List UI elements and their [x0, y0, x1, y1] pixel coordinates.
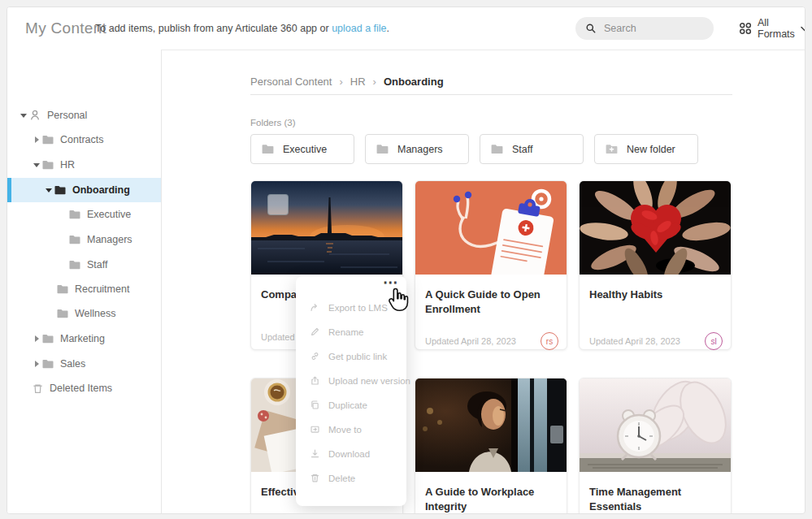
sidebar-item-label: Managers [87, 234, 132, 245]
menu-item-label: Get public link [328, 352, 387, 361]
sidebar-item-sales[interactable]: Sales [7, 352, 161, 376]
move-to-icon [310, 424, 320, 436]
search-input[interactable] [602, 22, 703, 35]
sidebar-item-staff[interactable]: Staff [7, 253, 161, 277]
sidebar-item-label: Executive [87, 209, 131, 220]
caret-right-icon[interactable] [32, 335, 41, 342]
folder-chip-managers[interactable]: Managers [365, 134, 469, 164]
card-updated-date: Updated April 28, 2023 [425, 336, 516, 346]
folders-heading: Folders (3) [250, 118, 296, 128]
header: My Content To add items, publish from an… [7, 7, 805, 50]
subtitle-period: . [387, 23, 389, 34]
menu-item-get-public-link[interactable]: Get public link [296, 344, 406, 369]
menu-item-duplicate[interactable]: Duplicate [296, 393, 406, 417]
sidebar-item-managers[interactable]: Managers [7, 227, 161, 252]
sidebar-item-executive[interactable]: Executive [7, 202, 161, 227]
menu-item-delete[interactable]: Delete [296, 466, 406, 491]
upload-a-file-link[interactable]: upload a file [332, 23, 386, 34]
rename-icon [310, 327, 320, 339]
sidebar-item-label: Staff [87, 259, 107, 270]
card-context-menu: Export to LMS Rename Get public link Upl… [296, 276, 406, 506]
menu-item-label: Delete [328, 474, 355, 483]
sidebar-item-label: Personal [47, 110, 87, 121]
app-window: My Content To add items, publish from an… [7, 6, 805, 514]
menu-item-label: Download [328, 449, 370, 459]
sidebar-item-deleted-items[interactable]: Deleted Items [7, 376, 161, 400]
menu-item-upload-new-version[interactable]: Upload new version [296, 369, 406, 393]
sidebar-item-personal[interactable]: Personal [7, 103, 161, 128]
folder-icon [41, 357, 54, 370]
sidebar-item-marketing[interactable]: Marketing [7, 327, 161, 351]
articulate-360-my-content-screen: My Content To add items, publish from an… [0, 0, 812, 519]
caret-down-icon[interactable] [19, 114, 28, 118]
folder-chip-staff[interactable]: Staff [480, 134, 584, 164]
folder-icon [41, 133, 54, 146]
card-title: Time Management Essentials [589, 485, 719, 513]
folder-icon [54, 184, 67, 197]
card-updated-date: Updated April 28, 2023 [589, 336, 680, 346]
menu-item-export-to-lms[interactable]: Export to LMS [296, 296, 406, 320]
public-link-icon [310, 351, 320, 363]
card-title: A Quick Guide to Open Enrollment [425, 288, 555, 316]
caret-right-icon[interactable] [32, 361, 41, 367]
author-avatar: sl [705, 332, 723, 350]
new-folder-label: New folder [627, 144, 675, 155]
card-thumbnail-medical-clipboard [415, 181, 567, 275]
folder-icon [68, 258, 81, 271]
content-card-open-enrollment[interactable]: A Quick Guide to Open Enrollment Updated… [415, 180, 567, 350]
menu-item-label: Export to LMS [328, 303, 388, 313]
sidebar-item-label: Recruitment [75, 283, 129, 295]
menu-item-move-to[interactable]: Move to [296, 417, 406, 442]
search-icon [585, 23, 597, 34]
sidebar-item-onboarding[interactable]: Onboarding [7, 178, 161, 202]
card-thumbnail-clock-book [580, 378, 731, 472]
caret-down-icon[interactable] [44, 188, 54, 192]
caret-down-icon[interactable] [32, 163, 41, 167]
breadcrumb-onboarding: Onboarding [384, 76, 444, 88]
duplicate-icon [310, 400, 320, 412]
formats-label: All Formats [758, 17, 795, 40]
sidebar-item-label: Onboarding [72, 184, 130, 196]
folder-icon [376, 142, 389, 156]
sidebar-item-wellness[interactable]: Wellness [7, 301, 161, 326]
menu-item-label: Duplicate [328, 400, 367, 410]
card-thumbnail-woman-window [415, 378, 567, 472]
sidebar-item-recruitment[interactable]: Recruitment [7, 277, 161, 301]
subtitle: To add items, publish from any Articulat… [95, 7, 389, 50]
new-folder-button[interactable]: New folder [594, 134, 698, 164]
folder-chip-label: Executive [283, 144, 327, 155]
new-folder-icon [605, 142, 619, 156]
menu-item-label: Move to [328, 425, 362, 435]
folder-chip-executive[interactable]: Executive [250, 134, 354, 164]
sidebar-item-label: Sales [60, 358, 85, 370]
download-icon [310, 448, 320, 461]
sidebar-item-label: Deleted Items [50, 383, 112, 394]
content-card-time-management[interactable]: Time Management Essentials [579, 378, 732, 514]
sidebar-item-hr[interactable]: HR [7, 153, 161, 177]
breadcrumb-personal-content[interactable]: Personal Content [250, 76, 332, 88]
sidebar-item-label: Wellness [75, 308, 115, 319]
search-box[interactable] [575, 17, 714, 40]
card-select-checkbox[interactable] [267, 194, 289, 215]
content-card-workplace-integrity[interactable]: A Guide to Workplace Integrity [415, 378, 567, 514]
card-title: A Guide to Workplace Integrity [425, 485, 555, 513]
delete-icon [310, 473, 320, 485]
folder-icon [56, 307, 69, 320]
sidebar-item-label: Marketing [60, 333, 105, 344]
folder-icon [41, 332, 54, 345]
trash-icon [32, 383, 44, 395]
sidebar-item-label: Contracts [60, 134, 104, 145]
menu-item-rename[interactable]: Rename [296, 320, 406, 344]
folder-chip-label: Managers [397, 144, 443, 155]
chevron-down-icon [801, 26, 805, 32]
caret-right-icon[interactable] [32, 136, 41, 143]
person-icon [28, 109, 41, 122]
all-formats-dropdown[interactable]: All Formats [739, 7, 805, 50]
sidebar-item-contracts[interactable]: Contracts [7, 128, 161, 152]
card-kebab-menu-button[interactable]: ⋯ [383, 275, 399, 290]
menu-item-label: Rename [328, 327, 363, 337]
menu-item-download[interactable]: Download [296, 442, 406, 466]
breadcrumb-hr[interactable]: HR [350, 76, 366, 88]
content-card-healthy-habits[interactable]: Healthy Habits Updated April 28, 2023 sl [579, 180, 732, 350]
folder-icon [261, 142, 275, 156]
